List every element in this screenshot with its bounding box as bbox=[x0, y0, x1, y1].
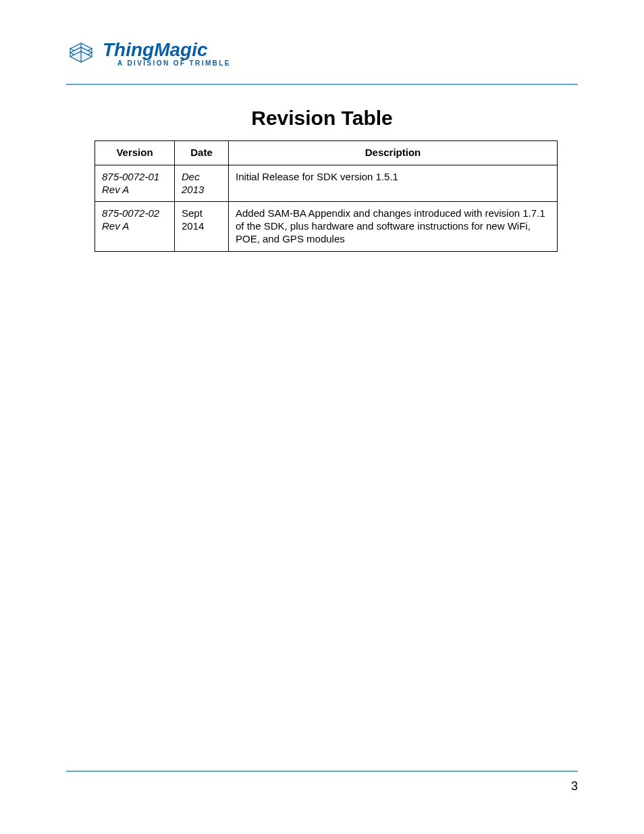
footer-divider bbox=[66, 771, 578, 772]
table-row: 875-0072-02 Rev ASept 2014Added SAM-BA A… bbox=[95, 202, 558, 251]
brand-logo-icon bbox=[66, 38, 96, 70]
page-title: Revision Table bbox=[66, 107, 578, 130]
cell-date: Dec 2013 bbox=[175, 165, 229, 202]
col-header-description: Description bbox=[229, 141, 558, 165]
page-header: ThingMagic A DIVISION OF TRIMBLE bbox=[66, 38, 578, 82]
cell-date: Sept 2014 bbox=[175, 202, 229, 251]
revision-table-body: 875-0072-01 Rev ADec 2013Initial Release… bbox=[95, 165, 558, 251]
page-number: 3 bbox=[571, 779, 578, 793]
cell-description: Initial Release for SDK version 1.5.1 bbox=[229, 165, 558, 202]
col-header-version: Version bbox=[95, 141, 175, 165]
brand-logo: ThingMagic A DIVISION OF TRIMBLE bbox=[66, 38, 231, 70]
brand-logo-sub: A DIVISION OF TRIMBLE bbox=[103, 59, 231, 68]
document-page: ThingMagic A DIVISION OF TRIMBLE Revisio… bbox=[0, 0, 644, 834]
brand-logo-main: ThingMagic bbox=[103, 41, 231, 59]
table-header-row: Version Date Description bbox=[95, 141, 558, 165]
cell-description: Added SAM-BA Appendix and changes introd… bbox=[229, 202, 558, 251]
revision-table: Version Date Description 875-0072-01 Rev… bbox=[95, 140, 558, 252]
col-header-date: Date bbox=[175, 141, 229, 165]
revision-table-container: Version Date Description 875-0072-01 Rev… bbox=[95, 140, 558, 252]
cell-version: 875-0072-02 Rev A bbox=[95, 202, 175, 251]
header-divider bbox=[66, 84, 578, 85]
table-row: 875-0072-01 Rev ADec 2013Initial Release… bbox=[95, 165, 558, 202]
cell-version: 875-0072-01 Rev A bbox=[95, 165, 175, 202]
brand-logo-text: ThingMagic A DIVISION OF TRIMBLE bbox=[103, 41, 231, 68]
